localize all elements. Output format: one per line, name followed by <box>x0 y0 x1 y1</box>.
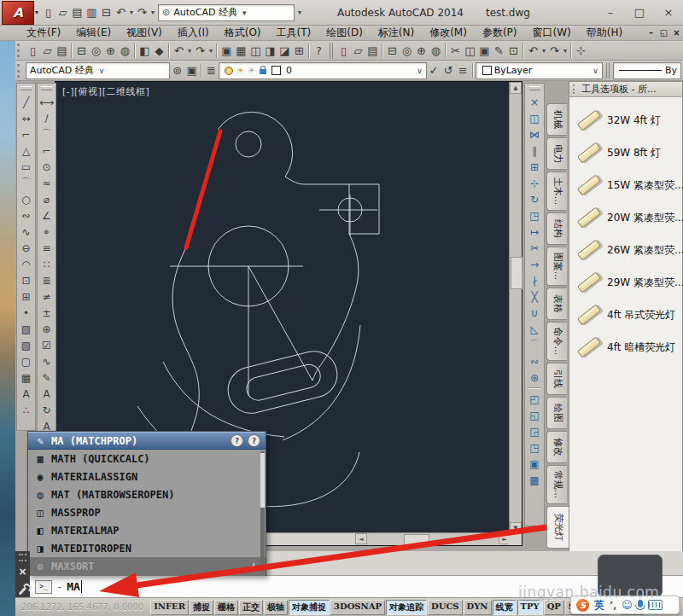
save-button[interactable]: ▤ <box>55 43 69 59</box>
tool-dim-break[interactable]: ≠ <box>38 288 55 305</box>
layer-combo[interactable]: ☀ ☀ 0 ∨ <box>219 62 427 79</box>
palette-tab-8[interactable]: 引线 <box>546 363 567 395</box>
palette-tab-6[interactable]: 表格 <box>546 288 567 320</box>
tool-move[interactable]: ⊹ <box>527 175 543 191</box>
tool-dim-update[interactable]: ↻ <box>38 402 55 418</box>
menu-item-9[interactable]: 修改(M) <box>422 26 475 40</box>
tool-bring-to-front[interactable]: ◰ <box>527 391 543 407</box>
tool-rotate[interactable]: ↻ <box>527 191 543 207</box>
tool-table[interactable]: ▦ <box>18 369 34 386</box>
minimize-button[interactable]: – <box>596 6 625 19</box>
redo-button[interactable]: ↷ <box>135 4 149 20</box>
doc-close-button[interactable]: × <box>670 28 683 38</box>
undo-button[interactable]: ↶ <box>172 43 186 59</box>
designcenter-button[interactable]: ▦ <box>234 43 248 59</box>
attach-dwf-button[interactable]: ◧ <box>137 43 152 59</box>
tool-dim-edit[interactable]: ✎ <box>38 369 55 386</box>
save-button[interactable]: ▤ <box>70 4 85 20</box>
tool-revision-cloud[interactable]: ∾ <box>18 207 34 224</box>
match-properties-button[interactable]: ✎ <box>492 43 506 59</box>
palette-tab-2[interactable]: 电力 <box>546 137 567 170</box>
qnew-button[interactable]: ▯ <box>41 4 55 20</box>
tool-line[interactable]: ╱ <box>18 94 34 110</box>
autocomplete-scrollbar[interactable] <box>260 451 265 573</box>
redo-dropdown-button[interactable]: ▾ <box>207 43 214 59</box>
menu-item-1[interactable]: 文件(F) <box>19 26 68 40</box>
tool-dim-jogged-linear[interactable]: ∿ <box>38 353 55 369</box>
app-menu-button[interactable]: A <box>2 1 34 25</box>
tool-text-to-front[interactable]: ▣ <box>527 456 543 472</box>
tool-explode[interactable]: ⊛ <box>527 369 543 386</box>
tool-chamfer[interactable]: ◺ <box>527 321 543 337</box>
quick-help-icon[interactable]: ? <box>248 434 260 447</box>
tool-offset[interactable]: ∥ <box>527 142 543 159</box>
tool-blend-curves[interactable]: ∾ <box>527 353 543 369</box>
palette-header[interactable]: 工具选项板 - 所... <box>569 82 682 97</box>
command-window-close-icon[interactable]: × <box>18 566 26 578</box>
open-button[interactable]: ▱ <box>40 43 55 59</box>
tool-dim-angular[interactable]: ∠ <box>38 207 55 224</box>
status-toggle-8[interactable]: 对象追踪 <box>386 600 427 615</box>
layer-properties-manager-button[interactable]: ≣ <box>204 62 219 78</box>
toolbar-grip[interactable] <box>41 86 52 90</box>
pan-button[interactable]: ⊹ <box>574 43 588 59</box>
autocomplete-row-1[interactable]: ✎MA (MATCHPROP)?? <box>28 432 266 450</box>
tool-dim-radius[interactable]: ⊙ <box>38 159 55 175</box>
tool-region[interactable]: ▢ <box>18 353 34 369</box>
status-toggle-5[interactable]: 极轴 <box>264 600 288 615</box>
layer-previous-button[interactable]: ↺ <box>441 62 456 78</box>
tool-tolerance[interactable]: ± <box>38 305 55 321</box>
app-menu-caret-icon[interactable]: ▾ <box>35 9 38 16</box>
command-input-value[interactable]: MA <box>67 580 80 593</box>
tool-extend[interactable]: → <box>527 256 543 272</box>
tool-polygon[interactable]: △ <box>18 142 34 159</box>
palette-tab-10[interactable]: 修改 <box>546 431 567 463</box>
status-toggle-2[interactable]: 捕捉 <box>190 600 213 615</box>
undo-button[interactable]: ↶ <box>114 4 128 20</box>
menu-item-10[interactable]: 参数(P) <box>475 26 525 40</box>
tool-dim-space[interactable]: ≣ <box>38 272 55 288</box>
tool-polyline[interactable]: ⌐ <box>18 126 34 142</box>
menu-item-12[interactable]: 帮助(H) <box>579 26 630 40</box>
render-button[interactable]: ◆ <box>152 43 166 59</box>
layer-on-bulb-icon[interactable] <box>225 67 233 75</box>
undo-dropdown-2-button[interactable]: ▾ <box>540 43 547 59</box>
palette-item-2[interactable]: 59W 8ft 灯 <box>569 137 682 169</box>
scroll-up-button[interactable]: ▲ <box>510 82 522 94</box>
palette-item-3[interactable]: 15W 紧凑型荧... <box>569 169 682 201</box>
tool-spline[interactable]: ∿ <box>18 224 34 240</box>
tool-dim-continue[interactable]: ∷ <box>38 256 55 272</box>
status-toggle-9[interactable]: DUCS <box>428 600 463 615</box>
tool-dim-arc-length[interactable]: ⌒ <box>38 126 55 142</box>
autocomplete-row-4[interactable]: ◎MAT (MATBROWSEROPEN) <box>28 485 266 503</box>
close-button[interactable]: × <box>654 6 683 19</box>
tool-rectangle[interactable]: ▭ <box>18 159 34 175</box>
redo-dropdown-2-button[interactable]: ▾ <box>562 43 569 59</box>
autocomplete-row-6[interactable]: ◧MATERIALMAP <box>28 521 266 539</box>
palette-tab-4[interactable]: 结构 <box>546 212 567 245</box>
menu-item-11[interactable]: 窗口(W) <box>525 26 579 40</box>
plot-2-button[interactable]: ⊟ <box>385 43 400 59</box>
undo-dropdown-button[interactable]: ▾ <box>186 43 193 59</box>
command-window-grip-icon[interactable] <box>19 554 26 561</box>
tool-construction-line[interactable]: ↔ <box>18 110 34 126</box>
workspace-combo[interactable]: AutoCAD 经典 ∨ <box>26 62 170 79</box>
quickcalc-button[interactable]: ⊞ <box>292 43 306 59</box>
status-toggle-11[interactable]: 线宽 <box>493 600 517 615</box>
save-workspace-button[interactable]: ▣ <box>184 62 199 78</box>
menu-item-2[interactable]: 编辑(E) <box>68 26 119 40</box>
tool-fillet[interactable]: ⌒ <box>527 337 543 353</box>
tool-join[interactable]: ∪ <box>527 305 543 321</box>
tool-ellipse[interactable]: ⊖ <box>18 240 34 256</box>
workspace-switcher[interactable]: ⊚ AutoCAD 经典 ▾ <box>158 4 295 21</box>
workspace-settings-button[interactable]: ⊚ <box>170 62 184 78</box>
tool-quick-dimension[interactable]: ⌖ <box>38 224 55 240</box>
layer-states-button[interactable]: ≡ <box>456 62 470 78</box>
properties-palette-button[interactable]: ▣ <box>219 43 234 59</box>
menu-item-4[interactable]: 插入(I) <box>170 26 217 40</box>
palette-item-8[interactable]: 4ft 暗槽荧光灯 <box>569 331 682 363</box>
menu-item-7[interactable]: 绘图(D) <box>318 26 371 40</box>
tool-break-at-point[interactable]: ∤ <box>527 272 543 288</box>
tool-multiline-text[interactable]: A <box>18 386 34 402</box>
autocomplete-row-2[interactable]: ▦MATH (QUICKCALC) <box>28 450 266 468</box>
